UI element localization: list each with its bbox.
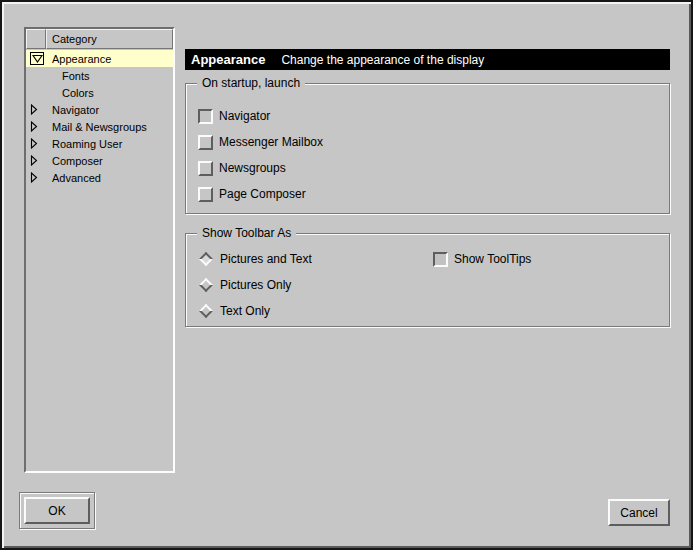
startup-launch-group: On startup, launch NavigatorMessenger Ma… (185, 83, 670, 214)
tree-header: Category (26, 29, 173, 49)
tree-item-navigator[interactable]: Navigator (26, 101, 173, 118)
tree-item-label: Navigator (52, 104, 99, 116)
tree-item-appearance[interactable]: Appearance (26, 50, 173, 67)
page-title: Appearance (191, 52, 265, 67)
radio-row-text-only[interactable]: Text Only (198, 303, 312, 319)
diamond-radio-icon (199, 278, 213, 292)
tree-item-label: Mail & Newsgroups (52, 121, 147, 133)
tree-item-mail-newsgroups[interactable]: Mail & Newsgroups (26, 118, 173, 135)
tree-item-label: Colors (62, 87, 94, 99)
checkbox-newsgroups[interactable] (198, 161, 213, 176)
tree-header-spacer-cell (26, 29, 46, 49)
tree-item-fonts[interactable]: Fonts (26, 67, 173, 84)
tree-item-advanced[interactable]: Advanced (26, 169, 173, 186)
triangle-right-icon[interactable] (30, 104, 52, 115)
checkbox-row-page-composer[interactable]: Page Composer (198, 186, 323, 202)
tree-item-label: Advanced (52, 172, 101, 184)
checkbox-row-navigator[interactable]: Navigator (198, 108, 323, 124)
radio-label: Pictures Only (220, 278, 291, 292)
toolbar-radio-list: Pictures and TextPictures OnlyText Only (198, 251, 312, 329)
category-tree: AppearanceFontsColorsNavigatorMail & New… (26, 49, 173, 186)
tree-item-label: Roaming User (52, 138, 122, 150)
page-title-bar: Appearance Change the appearance of the … (185, 49, 670, 70)
ok-button[interactable]: OK (24, 497, 90, 524)
checkbox-label: Messenger Mailbox (219, 135, 323, 149)
tooltips-checkbox-area: Show ToolTips (433, 251, 531, 277)
checkbox-show-tooltips[interactable] (433, 252, 448, 267)
radio-text-only[interactable] (198, 303, 214, 319)
checkbox-page-composer[interactable] (198, 187, 213, 202)
category-tree-panel: Category AppearanceFontsColorsNavigatorM… (24, 27, 175, 473)
radio-row-pictures-only[interactable]: Pictures Only (198, 277, 312, 293)
checkbox-row-show-tooltips[interactable]: Show ToolTips (433, 251, 531, 267)
checkbox-label: Newsgroups (219, 161, 286, 175)
triangle-down-icon[interactable] (30, 52, 52, 65)
radio-pictures-only[interactable] (198, 277, 214, 293)
show-toolbar-as-group: Show Toolbar As Pictures and TextPicture… (185, 233, 670, 327)
checkbox-label: Show ToolTips (454, 252, 531, 266)
radio-pictures-and-text[interactable] (198, 251, 214, 267)
ok-button-default-frame: OK (19, 492, 95, 529)
radio-label: Text Only (220, 304, 270, 318)
checkbox-row-messenger-mailbox[interactable]: Messenger Mailbox (198, 134, 323, 150)
checkbox-label: Page Composer (219, 187, 306, 201)
checkbox-navigator[interactable] (198, 109, 213, 124)
triangle-right-icon[interactable] (30, 172, 52, 183)
tree-header-category-cell: Category (46, 29, 173, 49)
tree-item-label: Fonts (62, 70, 90, 82)
tree-item-label: Composer (52, 155, 103, 167)
tree-item-label: Appearance (52, 53, 111, 65)
diamond-radio-icon (199, 304, 213, 318)
triangle-right-icon[interactable] (30, 121, 52, 132)
startup-launch-group-legend: On startup, launch (197, 76, 305, 90)
tree-item-colors[interactable]: Colors (26, 84, 173, 101)
checkbox-messenger-mailbox[interactable] (198, 135, 213, 150)
preferences-dialog: Category AppearanceFontsColorsNavigatorM… (0, 0, 693, 550)
cancel-button[interactable]: Cancel (608, 499, 670, 526)
page-subtitle: Change the appearance of the display (281, 53, 484, 67)
checkbox-row-newsgroups[interactable]: Newsgroups (198, 160, 323, 176)
triangle-right-icon[interactable] (30, 155, 52, 166)
show-toolbar-as-group-legend: Show Toolbar As (197, 226, 296, 240)
checkbox-label: Navigator (219, 109, 270, 123)
startup-checkbox-list: NavigatorMessenger MailboxNewsgroupsPage… (198, 108, 323, 212)
tree-item-composer[interactable]: Composer (26, 152, 173, 169)
diamond-radio-icon (199, 252, 213, 266)
radio-label: Pictures and Text (220, 252, 312, 266)
tree-item-roaming-user[interactable]: Roaming User (26, 135, 173, 152)
triangle-right-icon[interactable] (30, 138, 52, 149)
radio-row-pictures-and-text[interactable]: Pictures and Text (198, 251, 312, 267)
